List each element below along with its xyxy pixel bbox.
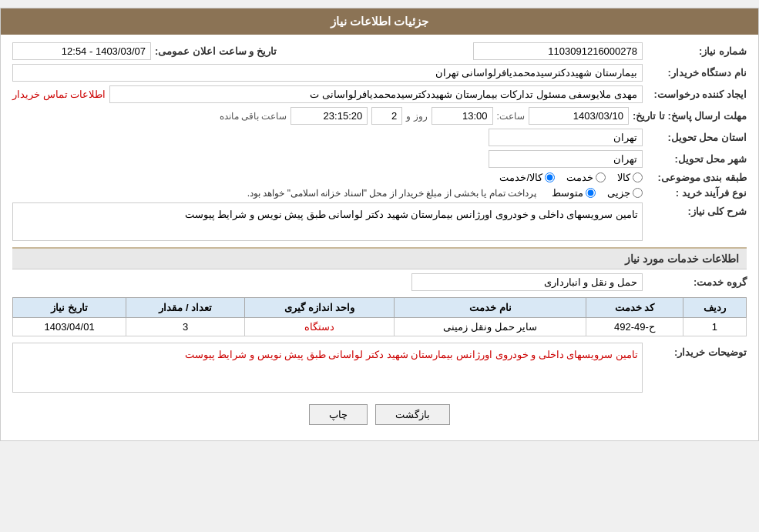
print-button[interactable]: چاپ (309, 404, 368, 425)
col-service-name: نام خدمت (395, 298, 586, 318)
general-desc-row: شرح کلی نیاز: تامین سرویسهای داخلی و خود… (12, 202, 747, 241)
response-remaining: 23:15:20 (291, 107, 368, 125)
response-date: 1403/03/10 (529, 107, 629, 125)
purchase-type-radio-group: جزیی متوسط (552, 187, 643, 199)
radio-jozii-label: جزیی (607, 187, 630, 199)
province-value: تهران (489, 129, 643, 146)
radio-kala-khedmat-label: کالا/خدمت (499, 172, 542, 183)
services-section-header: اطلاعات خدمات مورد نیاز (12, 247, 747, 269)
radio-kala-khedmat-item: کالا/خدمت (499, 172, 555, 183)
radio-jozii[interactable] (633, 188, 643, 198)
general-desc-value: تامین سرویسهای داخلی و خودروی اورژانس بی… (12, 202, 643, 241)
buyer-org-value: بیمارستان شهیددکترسیدمحمدیافرلواسانی تهر… (12, 64, 643, 82)
purchase-type-label: نوع فرآیند خرید : (646, 187, 747, 199)
response-remaining-label: ساعت باقی مانده (220, 111, 287, 122)
creator-value: مهدی ملایوسفی مسئول تدارکات بیمارستان شه… (109, 85, 643, 103)
province-row: استان محل تحویل: تهران (12, 129, 747, 146)
category-label: طبقه بندی موضوعی: (646, 172, 747, 183)
col-quantity: تعداد / مقدار (126, 298, 245, 318)
city-label: شهر محل تحویل: (646, 153, 747, 165)
cell-service-code: ح-49-492 (586, 318, 683, 336)
radio-kala-khedmat[interactable] (545, 172, 555, 182)
page-title: جزئیات اطلاعات نیاز (1, 8, 758, 35)
cell-unit: دستگاه (245, 318, 395, 336)
footer-buttons: بازگشت چاپ (12, 404, 747, 425)
general-desc-label: شرح کلی نیاز: (646, 202, 747, 217)
col-rownum: ردیف (683, 298, 746, 318)
category-row: طبقه بندی موضوعی: کالا خدمت کالا/خدمت (12, 172, 747, 183)
request-number-row: شماره نیاز: 1103091216000278 تاریخ و ساع… (12, 42, 747, 60)
category-radio-group: کالا خدمت کالا/خدمت (499, 172, 643, 183)
table-header-row: ردیف کد خدمت نام خدمت واحد اندازه گیری ت… (13, 298, 747, 318)
cell-service-name: سایر حمل ونقل زمینی (395, 318, 586, 336)
announce-date-value: 1403/03/07 - 12:54 (12, 42, 151, 60)
response-days-label: روز و (406, 111, 427, 122)
response-days: 2 (371, 107, 402, 125)
creator-row: ایجاد کننده درخواست: مهدی ملایوسفی مسئول… (12, 85, 747, 103)
services-table: ردیف کد خدمت نام خدمت واحد اندازه گیری ت… (12, 297, 747, 336)
cell-rownum: 1 (683, 318, 746, 336)
radio-kala[interactable] (633, 172, 643, 182)
radio-khedmat[interactable] (596, 172, 606, 182)
city-row: شهر محل تحویل: تهران (12, 150, 747, 168)
cell-date: 1403/04/01 (13, 318, 126, 336)
radio-motavasset-label: متوسط (552, 187, 583, 199)
buyer-org-row: نام دستگاه خریدار: بیمارستان شهیددکترسید… (12, 64, 747, 82)
buyer-desc-row: توضیحات خریدار: (12, 343, 747, 393)
response-deadline-row: مهلت ارسال پاسخ: تا تاریخ: 1403/03/10 سا… (12, 107, 747, 125)
purchase-type-row: نوع فرآیند خرید : جزیی متوسط پرداخت تمام… (12, 187, 747, 199)
announce-date-label: تاریخ و ساعت اعلان عمومی: (155, 45, 277, 57)
col-service-code: کد خدمت (586, 298, 683, 318)
radio-khedmat-label: خدمت (566, 172, 593, 183)
province-label: استان محل تحویل: (646, 132, 747, 143)
creator-label: ایجاد کننده درخواست: (646, 89, 747, 100)
back-button[interactable]: بازگشت (375, 404, 450, 425)
buyer-desc-textarea[interactable] (12, 343, 643, 393)
radio-motavasset[interactable] (586, 188, 596, 198)
content-area: شماره نیاز: 1103091216000278 تاریخ و ساع… (1, 35, 758, 440)
radio-khedmat-item: خدمت (566, 172, 606, 183)
radio-jozii-item: جزیی (607, 187, 643, 199)
radio-kala-item: کالا (617, 172, 643, 183)
service-group-row: گروه خدمت: حمل و نقل و انبارداری (12, 273, 747, 291)
creator-link[interactable]: اطلاعات تماس خریدار (12, 89, 106, 100)
col-unit: واحد اندازه گیری (245, 298, 395, 318)
table-row: 1 ح-49-492 سایر حمل ونقل زمینی دستگاه 3 … (13, 318, 747, 336)
request-number-value: 1103091216000278 (473, 42, 643, 60)
buyer-org-label: نام دستگاه خریدار: (646, 67, 747, 79)
main-container: جزئیات اطلاعات نیاز شماره نیاز: 11030912… (0, 8, 759, 441)
request-number-label: شماره نیاز: (646, 45, 747, 57)
services-table-container: ردیف کد خدمت نام خدمت واحد اندازه گیری ت… (12, 297, 747, 336)
cell-quantity: 3 (126, 318, 245, 336)
city-value: تهران (489, 150, 643, 168)
col-date: تاریخ نیاز (13, 298, 126, 318)
buyer-desc-label: توضیحات خریدار: (646, 343, 747, 358)
radio-motavasset-item: متوسط (552, 187, 596, 199)
purchase-notice: پرداخت تمام یا بخشی از مبلغ خریدار از مح… (247, 188, 536, 199)
response-deadline-label: مهلت ارسال پاسخ: تا تاریخ: (633, 110, 747, 122)
response-time: 13:00 (432, 107, 493, 125)
service-group-value: حمل و نقل و انبارداری (411, 273, 643, 291)
service-group-label: گروه خدمت: (646, 276, 747, 288)
radio-kala-label: کالا (617, 172, 630, 183)
response-time-label: ساعت: (497, 111, 525, 122)
